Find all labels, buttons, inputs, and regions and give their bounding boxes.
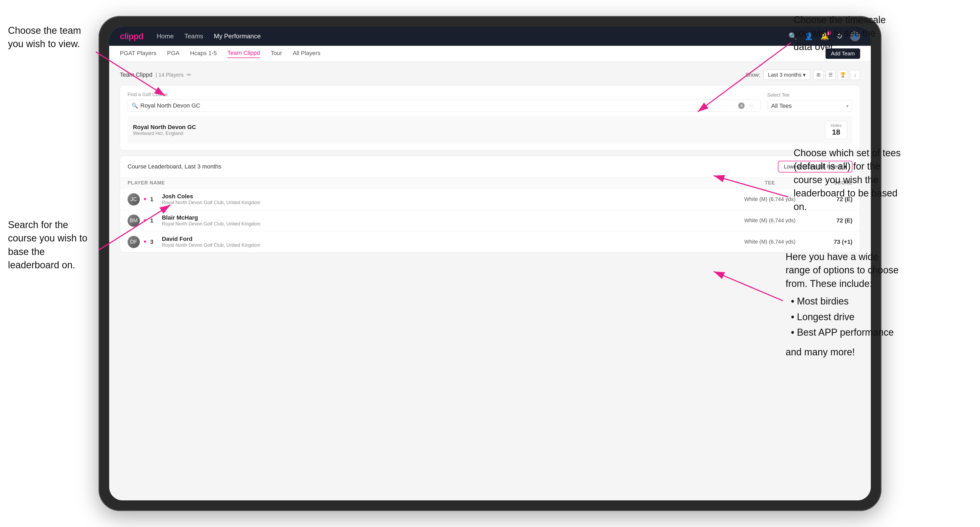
download-button[interactable]: ↓ <box>850 70 860 80</box>
tablet-frame: clippd Home Teams My Performance 🔍 👤 🔔 1… <box>99 16 881 511</box>
nav-my-performance[interactable]: My Performance <box>214 32 261 40</box>
show-label: Show: <box>745 72 760 78</box>
table-row: BM ♥ 1 Blair McHarg Royal North Devon Go… <box>120 210 860 231</box>
tee-info-3: White (M) (6,744 yds) <box>730 239 810 245</box>
grid-view-button[interactable]: ⊞ <box>813 70 823 80</box>
sub-nav: PGAT Players PGA Hcaps 1-5 Team Clippd T… <box>109 46 871 62</box>
annotation-course-search: Search for the course you wish to base t… <box>8 218 99 272</box>
team-name: Team Clippd <box>120 71 152 78</box>
player-info-2: BM ♥ 1 Blair McHarg Royal North Devon Go… <box>127 214 730 227</box>
leaderboard-section: Course Leaderboard, Last 3 months Lowest… <box>120 156 860 252</box>
nav-home[interactable]: Home <box>157 32 173 40</box>
annotation-tees: Choose which set of tees (default is all… <box>794 146 905 213</box>
nav-links: Home Teams My Performance <box>157 32 261 40</box>
player-club-1: Royal North Devon Golf Club, United King… <box>162 200 261 205</box>
player-rank-3: 3 <box>150 238 158 245</box>
player-rank-2: 1 <box>150 217 158 224</box>
team-title: Team Clippd | 14 Players ✏ <box>120 71 191 78</box>
annotation-team: Choose the team you wish to view. <box>8 24 99 51</box>
player-club-2: Royal North Devon Golf Club, United King… <box>162 221 261 227</box>
player-name-2: Blair McHarg <box>162 214 261 221</box>
player-name-3: David Ford <box>162 236 261 243</box>
tee-select-wrapper[interactable]: All Tees ▾ <box>767 100 853 112</box>
score-info-2: 72 (E) <box>810 217 853 224</box>
tab-pgat-players[interactable]: PGAT Players <box>120 50 156 58</box>
find-course-col: Find a Golf Course 🔍 ✕ ☆ <box>127 92 761 112</box>
find-course-label: Find a Golf Course <box>127 92 761 97</box>
course-search-card: Find a Golf Course 🔍 ✕ ☆ Select Tee All … <box>120 85 860 151</box>
player-info-1: JC ♥ 1 Josh Coles Royal North Devon Golf… <box>127 193 730 205</box>
course-result-location: Westward Ho!, England <box>133 131 196 136</box>
annotation-timescale: Choose the timescale you wish to see the… <box>794 13 895 54</box>
player-avatar-2: BM <box>127 214 140 227</box>
tab-pga[interactable]: PGA <box>167 50 179 58</box>
show-control: Show: Last 3 months ▾ ⊞ ☰ 🏆 ↓ <box>745 70 860 80</box>
holes-value: 18 <box>830 128 842 137</box>
player-count: | 14 Players <box>156 72 183 78</box>
tab-tour[interactable]: Tour <box>270 50 282 58</box>
player-details-1: Josh Coles Royal North Devon Golf Club, … <box>162 193 261 205</box>
player-avatar-1: JC <box>127 193 140 205</box>
holes-label: Holes <box>830 123 842 128</box>
team-header: Team Clippd | 14 Players ✏ Show: Last 3 … <box>120 70 860 80</box>
tablet-screen: clippd Home Teams My Performance 🔍 👤 🔔 1… <box>109 27 871 500</box>
list-view-button[interactable]: ☰ <box>826 70 836 80</box>
course-result-info: Royal North Devon GC Westward Ho!, Engla… <box>133 124 196 136</box>
tee-select-value: All Tees <box>771 103 792 110</box>
content-area: Team Clippd | 14 Players ✏ Show: Last 3 … <box>109 62 871 260</box>
table-row: JC ♥ 1 Josh Coles Royal North Devon Golf… <box>120 189 860 210</box>
tab-team-clippd[interactable]: Team Clippd <box>228 49 260 58</box>
logo: clippd <box>120 32 143 41</box>
leaderboard-table-header: PLAYER NAME TEE SCORE <box>120 178 860 189</box>
heart-icon-2[interactable]: ♥ <box>143 218 146 223</box>
player-name-1: Josh Coles <box>162 193 261 200</box>
player-info-3: DF ♥ 3 David Ford Royal North Devon Golf… <box>127 236 730 248</box>
player-avatar-3: DF <box>127 236 140 248</box>
leaderboard-header: Course Leaderboard, Last 3 months Lowest… <box>120 156 860 178</box>
trophy-view-button[interactable]: 🏆 <box>838 70 848 80</box>
player-rank-1: 1 <box>150 196 158 203</box>
tee-info-2: White (M) (6,744 yds) <box>730 217 810 224</box>
tab-hcaps[interactable]: Hcaps 1-5 <box>190 50 217 58</box>
holes-box: Holes 18 <box>825 121 847 139</box>
col-header-player: PLAYER NAME <box>127 180 730 186</box>
show-dropdown[interactable]: Last 3 months ▾ <box>764 70 810 80</box>
search-icon-input: 🔍 <box>132 103 138 109</box>
course-search-input[interactable] <box>140 102 736 109</box>
heart-icon-3[interactable]: ♥ <box>143 239 146 244</box>
annotation-options: Here you have a wide range of options to… <box>786 250 905 359</box>
leaderboard-title: Course Leaderboard, Last 3 months <box>127 163 221 170</box>
player-club-3: Royal North Devon Golf Club, United King… <box>162 243 261 248</box>
nav-bar: clippd Home Teams My Performance 🔍 👤 🔔 1… <box>109 27 871 46</box>
score-info-3: 73 (+1) <box>810 238 853 245</box>
view-icons: ⊞ ☰ 🏆 ↓ <box>813 70 860 80</box>
tab-all-players[interactable]: All Players <box>293 50 320 58</box>
table-row: DF ♥ 3 David Ford Royal North Devon Golf… <box>120 231 860 252</box>
tee-select-col: Select Tee All Tees ▾ <box>767 92 853 112</box>
player-details-2: Blair McHarg Royal North Devon Golf Club… <box>162 214 261 227</box>
favorite-button[interactable]: ☆ <box>747 102 757 110</box>
player-details-3: David Ford Royal North Devon Golf Club, … <box>162 236 261 248</box>
course-search-input-wrapper: 🔍 ✕ ☆ <box>127 100 761 112</box>
heart-icon-1[interactable]: ♥ <box>143 197 146 202</box>
search-clear-button[interactable]: ✕ <box>738 103 745 109</box>
tee-chevron-icon: ▾ <box>846 103 848 109</box>
tee-select-label: Select Tee <box>767 92 853 98</box>
nav-teams[interactable]: Teams <box>184 32 203 40</box>
course-result: Royal North Devon GC Westward Ho!, Engla… <box>127 116 853 144</box>
course-result-name: Royal North Devon GC <box>133 124 196 131</box>
edit-icon[interactable]: ✏ <box>187 71 191 78</box>
search-row: Find a Golf Course 🔍 ✕ ☆ Select Tee All … <box>127 92 853 112</box>
